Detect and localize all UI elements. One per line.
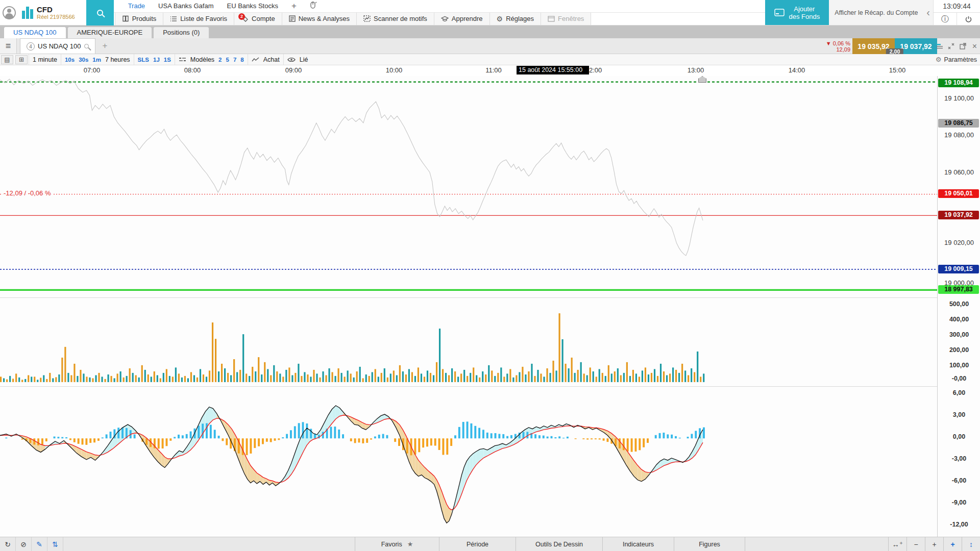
scale-tick: 400,00	[938, 316, 980, 323]
system-icons: ⓘ	[934, 12, 980, 25]
instrument-search-icon[interactable]	[84, 44, 89, 48]
popout-window-icon[interactable]	[959, 42, 967, 51]
settings-label: Paramètres	[944, 56, 977, 63]
menu-apprendre[interactable]: Apprendre	[434, 13, 490, 25]
time-tick: 07:00	[77, 66, 107, 74]
period-1j-button[interactable]: 1J	[153, 57, 160, 63]
menu-news-analyses[interactable]: News & Analyses	[282, 13, 357, 25]
menu-produits[interactable]: Produits	[115, 13, 164, 25]
order-book-icon[interactable]: ▤	[1, 55, 13, 64]
account-summary-toggle[interactable]: Afficher le Récap. du Compte	[829, 0, 923, 25]
fit-horizontal-icon[interactable]: ↔⁺	[888, 537, 906, 551]
timeframe-10s-button[interactable]: 10s	[65, 57, 75, 63]
menu-liste-de-favoris[interactable]: Liste de Favoris	[163, 13, 234, 25]
zoom-in-icon[interactable]: +	[925, 537, 943, 551]
fit-vertical-icon[interactable]: ↕	[962, 537, 980, 551]
erase-drawings-icon[interactable]: ⊘	[16, 537, 32, 551]
tab-usa-banks-gafam[interactable]: USA Banks Gafam	[158, 2, 213, 10]
menu-label: Fenêtres	[558, 15, 584, 22]
visible-range[interactable]: 7 heures	[105, 56, 130, 63]
add-funds-line2: des Fonds	[789, 13, 820, 20]
time-axis[interactable]: 07:0008:0009:0010:0011:0012:0013:0014:00…	[0, 65, 980, 76]
menu-reglages[interactable]: ⚙ Réglages	[490, 13, 542, 25]
timeframe-30s-button[interactable]: 30s	[79, 57, 88, 63]
menu-label: Produits	[132, 15, 157, 22]
star-icon: ★	[407, 540, 413, 548]
chart-style-icon[interactable]	[935, 42, 944, 51]
add-workspace-tab-button[interactable]: +	[291, 1, 297, 11]
chart-plot-area[interactable]: -12,09 / -0,06 % 19 100,0019 080,0019 06…	[0, 76, 980, 537]
zoom-out-icon[interactable]: −	[906, 537, 925, 551]
scale-tick: 6,00	[938, 389, 980, 396]
volume-pane[interactable]	[0, 298, 937, 385]
chevron-left-icon[interactable]: ‹	[923, 0, 933, 25]
minimize-window-icon[interactable]	[947, 42, 955, 51]
time-tick: 11:00	[478, 66, 509, 74]
chart-tab-us-ndaq-100[interactable]: 4 US NDAQ 100	[20, 38, 95, 54]
time-tick: 09:00	[278, 66, 309, 74]
price-pane[interactable]	[0, 76, 937, 297]
search-button[interactable]	[86, 0, 114, 26]
info-icon[interactable]: ⓘ	[934, 13, 957, 25]
add-funds-button[interactable]: Ajouterdes Fonds	[765, 0, 829, 25]
layout-grid-icon[interactable]: ⊞	[15, 55, 28, 64]
favoris-label: Favoris	[381, 541, 402, 548]
mouse-settings-icon[interactable]	[310, 2, 318, 11]
top-bar-left: CFD Réel 21978566	[0, 0, 114, 25]
draw-pencil-icon[interactable]: ✎	[32, 537, 47, 551]
linked-toggle[interactable]: Lié	[300, 56, 308, 63]
template-5-button[interactable]: 5	[226, 57, 229, 63]
scale-tick: 500,00	[938, 300, 980, 308]
hamburger-menu-icon[interactable]: ≡	[0, 38, 17, 54]
template-2-button[interactable]: 2	[218, 57, 222, 63]
scale-tick: -12,00	[938, 521, 980, 528]
workspace-tab-positions[interactable]: Positions (0)	[154, 27, 209, 38]
workspace-tab-amerique-europe[interactable]: AMERIQUE-EUROPE	[68, 27, 152, 38]
outils-de-dessin-button[interactable]: Outils De Dessin	[516, 537, 602, 551]
period-sls-button[interactable]: SLS	[138, 57, 149, 63]
crosshair-icon[interactable]: +	[943, 537, 962, 551]
templates-button[interactable]: Modèles	[190, 56, 214, 63]
templates-icon	[179, 57, 186, 62]
menu-label: Compte	[252, 15, 275, 22]
menu-compte[interactable]: 2 Compte	[234, 13, 282, 25]
reset-zoom-icon[interactable]: ↻	[0, 537, 16, 551]
favoris-button[interactable]: Favoris★	[355, 537, 439, 551]
indicateurs-label: Indicateurs	[623, 541, 654, 548]
bottom-menu: Favoris★ Période Outils De Dessin Indica…	[355, 537, 745, 551]
close-window-icon[interactable]: ×	[970, 42, 979, 51]
timeframe-1m-button[interactable]: 1m	[92, 57, 101, 63]
scale-tick: -0,00	[938, 375, 980, 382]
figures-button[interactable]: Figures	[674, 537, 745, 551]
user-avatar-icon[interactable]	[3, 6, 16, 19]
volume-bars	[0, 313, 704, 382]
timeframe-current[interactable]: 1 minute	[33, 56, 57, 63]
auto-scale-icon[interactable]: ⇅	[47, 537, 63, 551]
indicateurs-button[interactable]: Indicateurs	[602, 537, 674, 551]
tab-trade[interactable]: Trade	[128, 2, 145, 10]
price-badge-alert-level: 19 009,15	[938, 265, 979, 273]
scale-tick: 0,00	[938, 433, 980, 440]
periode-button[interactable]: Période	[439, 537, 516, 551]
buy-price-mode-toggle[interactable]: Achat	[263, 56, 280, 63]
price-scale[interactable]: 19 100,0019 080,0019 060,0019 020,0019 0…	[937, 76, 980, 537]
chart-settings-button[interactable]: ⚙ Paramètres	[936, 56, 977, 63]
price-badge-position-open: 19 050,01	[938, 189, 979, 198]
menu-scanner-de-motifs[interactable]: Scanner de motifs	[357, 13, 434, 25]
price-badge-previous-close: 19 086,75	[938, 119, 979, 128]
time-tick: 15:00	[882, 66, 913, 74]
period-1s-button[interactable]: 1S	[164, 57, 171, 63]
template-8-button[interactable]: 8	[240, 57, 243, 63]
graduation-cap-icon	[441, 16, 449, 22]
change-percent: ▼ 0,06 %	[826, 40, 850, 46]
scale-tick: 100,00	[938, 362, 980, 369]
scale-tick: -3,00	[938, 455, 980, 462]
power-icon[interactable]	[957, 13, 980, 25]
template-7-button[interactable]: 7	[233, 57, 236, 63]
scale-tick: 200,00	[938, 346, 980, 354]
tab-eu-banks-stocks[interactable]: EU Banks Stocks	[227, 2, 278, 10]
chart-tab-label: US NDAQ 100	[38, 42, 81, 50]
add-chart-tab-button[interactable]: +	[95, 38, 115, 54]
macd-pane[interactable]	[0, 387, 937, 536]
workspace-tab-us-ndaq-100[interactable]: US NDAQ 100	[4, 27, 66, 38]
